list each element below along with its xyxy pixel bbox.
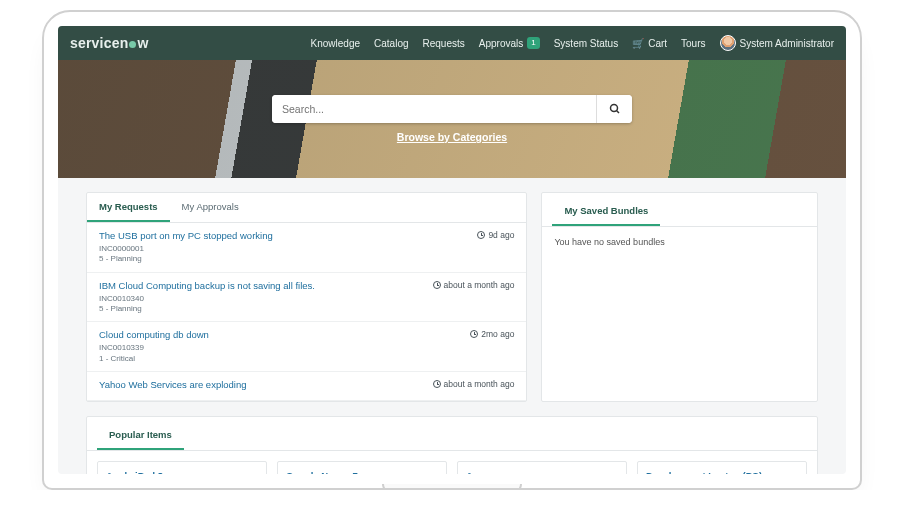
popular-items-panel: Popular Items Apple iPad 3 Apple iPad 3 … xyxy=(86,416,818,474)
request-title-link[interactable]: Yahoo Web Services are exploding xyxy=(99,379,425,391)
popular-item-card[interactable]: Access Microsoft Access xyxy=(457,461,627,474)
brand-logo[interactable]: servicenw xyxy=(70,35,149,51)
user-name-label: System Administrator xyxy=(740,38,834,49)
request-title-link[interactable]: Cloud computing db down xyxy=(99,329,462,341)
clock-icon xyxy=(470,330,478,338)
request-state: 5 - Planning xyxy=(99,254,469,264)
clock-icon xyxy=(433,281,441,289)
item-name-link[interactable]: Google Nexus 7 xyxy=(286,470,438,474)
brand-text-prefix: servicen xyxy=(70,35,128,51)
nav-system-status[interactable]: System Status xyxy=(554,38,618,49)
approvals-count-badge: 1 xyxy=(527,37,539,49)
request-row[interactable]: The USB port on my PC stopped working IN… xyxy=(87,223,526,273)
request-id: INC0010339 xyxy=(99,343,462,353)
top-panels-row: My Requests My Approvals The USB port on… xyxy=(86,192,818,402)
clock-icon xyxy=(477,231,485,239)
user-avatar-icon xyxy=(720,35,736,51)
search-input[interactable] xyxy=(272,95,596,123)
device-base xyxy=(382,484,522,490)
bundles-title: My Saved Bundles xyxy=(552,197,660,226)
bundles-header: My Saved Bundles xyxy=(542,193,817,227)
nav-catalog[interactable]: Catalog xyxy=(374,38,408,49)
search-bar xyxy=(272,95,632,123)
request-time: 2mo ago xyxy=(470,329,514,364)
svg-point-0 xyxy=(610,105,617,112)
popular-item-card[interactable]: Development Laptop (PC) Dell XPS 13 xyxy=(637,461,807,474)
hero-banner: Browse by Categories xyxy=(58,60,846,178)
tab-my-requests[interactable]: My Requests xyxy=(87,193,170,222)
request-main: Yahoo Web Services are exploding xyxy=(99,379,425,393)
item-name-link[interactable]: Apple iPad 3 xyxy=(106,470,258,474)
nav-knowledge[interactable]: Knowledge xyxy=(311,38,360,49)
nav-approvals[interactable]: Approvals 1 xyxy=(479,37,540,49)
request-main: IBM Cloud Computing backup is not saving… xyxy=(99,280,425,315)
brand-text-suffix: w xyxy=(137,35,148,51)
app-screen: servicenw Knowledge Catalog Requests App… xyxy=(58,26,846,474)
popular-items-list: Apple iPad 3 Apple iPad 3 Google Nexus 7… xyxy=(87,451,817,474)
nav-cart[interactable]: 🛒 Cart xyxy=(632,38,667,49)
request-main: The USB port on my PC stopped working IN… xyxy=(99,230,469,265)
request-row[interactable]: IBM Cloud Computing backup is not saving… xyxy=(87,273,526,323)
request-title-link[interactable]: The USB port on my PC stopped working xyxy=(99,230,469,242)
popular-item-card[interactable]: Apple iPad 3 Apple iPad 3 xyxy=(97,461,267,474)
svg-line-1 xyxy=(616,111,619,114)
popular-header: Popular Items xyxy=(87,417,817,451)
request-id: INC0000001 xyxy=(99,244,469,254)
request-time: 9d ago xyxy=(477,230,514,265)
nav-approvals-label: Approvals xyxy=(479,38,523,49)
nav-cart-label: Cart xyxy=(648,38,667,49)
nav-items: Knowledge Catalog Requests Approvals 1 S… xyxy=(311,35,834,51)
brand-dot-icon xyxy=(129,41,136,48)
main-content: My Requests My Approvals The USB port on… xyxy=(58,178,846,474)
request-id: INC0010340 xyxy=(99,294,425,304)
item-name-link[interactable]: Access xyxy=(466,470,618,474)
request-state: 1 - Critical xyxy=(99,354,462,364)
device-frame: servicenw Knowledge Catalog Requests App… xyxy=(42,10,862,490)
browse-categories-link[interactable]: Browse by Categories xyxy=(397,131,507,143)
search-icon xyxy=(609,103,621,115)
top-nav: servicenw Knowledge Catalog Requests App… xyxy=(58,26,846,60)
request-main: Cloud computing db down INC0010339 1 - C… xyxy=(99,329,462,364)
request-title-link[interactable]: IBM Cloud Computing backup is not saving… xyxy=(99,280,425,292)
my-requests-panel: My Requests My Approvals The USB port on… xyxy=(86,192,527,402)
request-time: about a month ago xyxy=(433,280,515,315)
nav-tours[interactable]: Tours xyxy=(681,38,705,49)
popular-title: Popular Items xyxy=(97,421,184,450)
popular-item-card[interactable]: Google Nexus 7 Google Nexus 7 xyxy=(277,461,447,474)
request-state: 5 - Planning xyxy=(99,304,425,314)
nav-user[interactable]: System Administrator xyxy=(720,35,834,51)
request-row[interactable]: Yahoo Web Services are exploding about a… xyxy=(87,372,526,401)
saved-bundles-panel: My Saved Bundles You have no saved bundl… xyxy=(541,192,818,402)
tab-my-approvals[interactable]: My Approvals xyxy=(170,193,251,222)
bundles-empty-text: You have no saved bundles xyxy=(542,227,817,257)
request-row[interactable]: Cloud computing db down INC0010339 1 - C… xyxy=(87,322,526,372)
request-time: about a month ago xyxy=(433,379,515,393)
item-name-link[interactable]: Development Laptop (PC) xyxy=(646,470,798,474)
clock-icon xyxy=(433,380,441,388)
search-button[interactable] xyxy=(596,95,632,123)
nav-requests[interactable]: Requests xyxy=(423,38,465,49)
cart-icon: 🛒 xyxy=(632,38,644,49)
requests-tabs: My Requests My Approvals xyxy=(87,193,526,223)
